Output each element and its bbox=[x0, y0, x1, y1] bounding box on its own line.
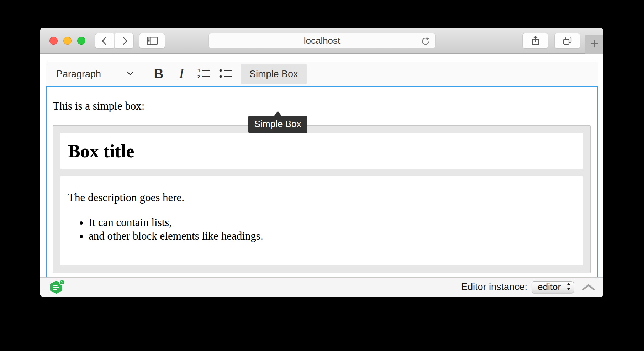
svg-text:2: 2 bbox=[197, 73, 200, 79]
chevron-up-icon bbox=[582, 283, 595, 291]
list-item: and other block elements like headings. bbox=[89, 229, 575, 242]
description-list: It can contain lists, and other block el… bbox=[89, 216, 575, 242]
address-bar-url: localhost bbox=[304, 35, 341, 46]
simple-box-button-label: Simple Box bbox=[249, 69, 298, 80]
heading-dropdown-value: Paragraph bbox=[56, 69, 101, 80]
box-title-heading: Box title bbox=[68, 141, 134, 162]
share-button[interactable] bbox=[522, 33, 548, 48]
traffic-lights bbox=[49, 37, 85, 45]
sidebar-icon bbox=[146, 36, 158, 46]
intro-paragraph: This is a simple box: bbox=[53, 100, 591, 112]
heading-dropdown[interactable]: Paragraph bbox=[49, 64, 142, 84]
bulleted-list-button[interactable] bbox=[217, 64, 234, 84]
sidebar-toggle-button[interactable] bbox=[139, 33, 165, 48]
bold-button[interactable]: B bbox=[151, 64, 167, 84]
address-bar[interactable]: localhost bbox=[208, 33, 436, 48]
list-item: It can contain lists, bbox=[89, 216, 575, 229]
simple-box-description-section[interactable]: The description goes here. It can contai… bbox=[60, 176, 583, 265]
forward-button[interactable] bbox=[115, 33, 134, 48]
bulleted-list-icon bbox=[218, 67, 233, 81]
simple-box-button[interactable]: Simple Box bbox=[241, 64, 307, 84]
description-paragraph: The description goes here. bbox=[68, 191, 575, 204]
simple-box-title-section[interactable]: Box title bbox=[60, 133, 583, 169]
tab-overview-icon bbox=[562, 36, 573, 46]
simple-box-tooltip: Simple Box bbox=[248, 116, 307, 133]
simple-box-widget[interactable]: Box title The description goes here. It … bbox=[53, 125, 591, 273]
collapse-panel-button[interactable] bbox=[582, 283, 595, 291]
browser-chrome: localhost bbox=[40, 28, 603, 54]
svg-text:1: 1 bbox=[197, 67, 200, 73]
back-chevron-icon bbox=[100, 36, 109, 46]
ckeditor-logo-icon: 5 bbox=[50, 280, 64, 294]
web-page: Paragraph B I 1 2 bbox=[40, 54, 603, 297]
ckeditor-version-badge: 5 bbox=[59, 279, 65, 285]
reload-button[interactable] bbox=[420, 36, 431, 47]
chevron-down-icon bbox=[126, 71, 134, 77]
new-tab-button[interactable] bbox=[585, 35, 603, 54]
close-window-button[interactable] bbox=[49, 37, 58, 45]
minimize-window-button[interactable] bbox=[63, 37, 72, 45]
tooltip-caret-icon bbox=[274, 111, 281, 116]
back-button[interactable] bbox=[95, 33, 114, 48]
numbered-list-icon: 1 2 bbox=[196, 67, 211, 81]
editor-editable-area[interactable]: This is a simple box: Box title The desc… bbox=[46, 86, 598, 278]
italic-icon: I bbox=[179, 66, 184, 81]
select-stepper-icon bbox=[566, 282, 571, 292]
editor-instance-select-value: editor bbox=[538, 282, 561, 293]
tooltip-text: Simple Box bbox=[254, 119, 301, 129]
forward-chevron-icon bbox=[120, 36, 129, 46]
editor-instance-label: Editor instance: bbox=[461, 282, 527, 293]
editor-toolbar: Paragraph B I 1 2 bbox=[46, 62, 598, 87]
numbered-list-button[interactable]: 1 2 bbox=[195, 64, 212, 84]
screenshot-stage: localhost bbox=[0, 0, 644, 351]
italic-button[interactable]: I bbox=[173, 64, 190, 84]
sample-footer-bar: 5 Editor instance: editor bbox=[40, 277, 603, 297]
browser-window: localhost bbox=[40, 28, 603, 297]
plus-icon bbox=[590, 39, 599, 50]
bold-icon: B bbox=[154, 67, 164, 82]
share-icon bbox=[530, 35, 540, 47]
zoom-window-button[interactable] bbox=[77, 37, 85, 45]
tab-overview-button[interactable] bbox=[554, 33, 580, 48]
editor-instance-select[interactable]: editor bbox=[532, 281, 574, 293]
footer-controls: Editor instance: editor bbox=[461, 281, 595, 293]
